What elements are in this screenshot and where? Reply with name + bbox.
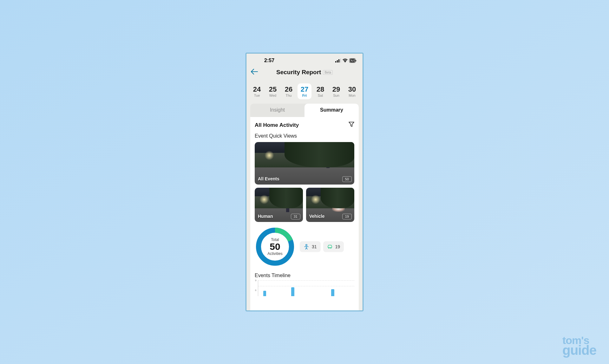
filter-icon[interactable] [349,121,354,129]
donut-row: Total 50 Activities 31 19 [255,226,354,267]
date-item-26[interactable]: 26Thu [282,83,296,99]
svg-rect-0 [335,61,336,62]
status-time: 2:57 [264,58,274,63]
svg-rect-2 [338,59,339,62]
back-arrow-icon[interactable] [251,68,258,76]
svg-point-6 [306,244,307,246]
content-panel: All Home Activity Event Quick Views All … [250,117,359,311]
chip-row: 31 19 [300,241,344,252]
wifi-icon [343,59,348,62]
timeline-title: Events Timeline [255,273,354,278]
tab-insight[interactable]: Insight [250,104,304,117]
event-count-badge: 50 [342,176,352,182]
event-count-badge: 19 [342,214,352,219]
y-tick-9: 9 [255,279,256,282]
quick-views-title: Event Quick Views [255,133,354,139]
donut-bottom-label: Activities [267,251,282,256]
event-label: All Events [258,176,279,181]
date-picker-row: 24Tue 25Wed 26Thu 27Fri 28Sat 29Sun 30Mo… [246,81,363,104]
status-icons: 52 [335,58,356,63]
timeline-chart: 9 6 [258,280,354,296]
date-item-27[interactable]: 27Fri [298,83,311,99]
car-icon [327,244,333,250]
timeline-bar [331,289,334,296]
timeline-bar [291,287,294,296]
date-item-29[interactable]: 29Sun [329,83,343,99]
tab-summary[interactable]: Summary [304,104,359,117]
chip-count: 19 [335,244,340,249]
svg-point-8 [330,248,331,249]
svg-rect-3 [340,59,341,62]
phone-frame: 2:57 52 Security Report Beta 24Tue 25Wed… [246,53,363,311]
y-tick-6: 6 [255,289,256,292]
event-count-badge: 31 [291,214,300,219]
header-title-wrap: Security Report Beta [276,69,333,76]
section-title: All Home Activity [255,122,299,128]
svg-point-7 [328,248,329,249]
timeline-bar [263,291,266,296]
event-card-vehicle[interactable]: Vehicle 19 [306,188,354,222]
chip-vehicle[interactable]: 19 [323,241,344,252]
chip-count: 31 [312,244,317,249]
date-item-24[interactable]: 24Tue [250,83,264,99]
date-item-25[interactable]: 25Wed [266,83,280,99]
section-head: All Home Activity [255,121,354,129]
event-card-human[interactable]: Human 31 [255,188,303,222]
donut-value: 50 [267,242,282,251]
date-item-30[interactable]: 30Mon [345,83,359,99]
event-label: Human [258,214,273,219]
event-label: Vehicle [309,214,324,219]
header: Security Report Beta [246,66,363,81]
chip-human[interactable]: 31 [300,241,321,252]
timeline-bars [258,280,354,296]
person-icon [304,244,309,250]
date-item-28[interactable]: 28Sat [313,83,327,99]
watermark-logo: tom's guide [562,336,596,356]
svg-rect-1 [337,60,338,62]
battery-icon: 52 [349,58,356,63]
page-title: Security Report [276,69,321,76]
activity-donut-chart: Total 50 Activities [255,226,295,267]
event-card-all[interactable]: All Events 50 [255,142,354,185]
tab-row: Insight Summary [250,104,359,117]
beta-badge: Beta [323,70,333,75]
status-bar: 2:57 52 [246,54,363,66]
cellular-icon [335,59,341,62]
event-row: Human 31 Vehicle 19 [255,188,354,222]
